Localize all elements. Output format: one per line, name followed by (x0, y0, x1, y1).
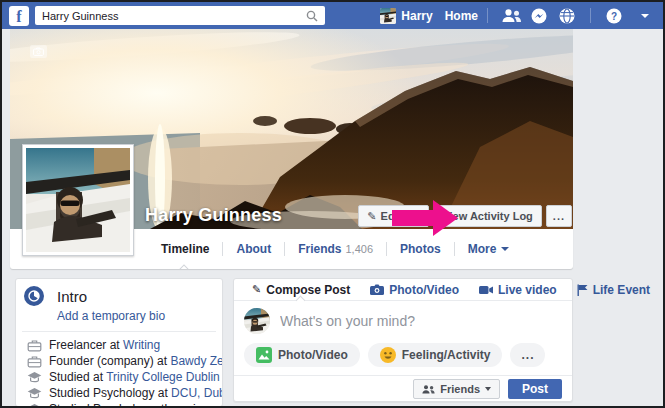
tab-more[interactable]: More (455, 229, 523, 269)
messenger-icon[interactable] (529, 7, 549, 25)
intro-item-education[interactable]: Studied at Trinity College Dublin (16, 369, 222, 385)
tab-about[interactable]: About (223, 229, 284, 269)
action-label: Photo/Video (278, 348, 348, 362)
cover-action-buttons: ✎ Edit Profile View Activity Log ... (358, 205, 572, 227)
audience-label: Friends (440, 383, 480, 395)
intro-item-link[interactable]: Bawdy Zebra (170, 354, 223, 368)
composer-input-row (234, 301, 572, 341)
tab-label: Live video (498, 283, 557, 297)
profile-content: Harry Guinness ✎ Edit Profile View Activ… (10, 29, 573, 406)
tab-label: About (236, 242, 271, 256)
tab-live-video[interactable]: Live video (469, 279, 567, 300)
tab-photos[interactable]: Photos (387, 229, 454, 269)
smiley-icon (380, 347, 396, 363)
more-actions-button[interactable]: ... (510, 343, 545, 367)
intro-item-text: Studied Psychology at DCU, Dublin (49, 386, 223, 400)
pencil-icon: ✎ (367, 210, 376, 223)
view-activity-log-button[interactable]: View Activity Log (433, 205, 541, 227)
ellipsis-label: ... (521, 348, 534, 362)
friends-audience-icon (422, 385, 435, 394)
tab-label: Friends (298, 242, 341, 256)
intro-header: Intro (16, 279, 222, 306)
composer-actions: Photo/Video Feeling/Activity ... (234, 341, 572, 375)
facebook-profile-page: f Harry Home (0, 0, 665, 408)
tab-timeline[interactable]: Timeline (148, 229, 222, 269)
intro-item-text: Founder (company) at Bawdy Zebra (49, 354, 223, 368)
search-bar[interactable] (35, 6, 325, 25)
intro-icon (24, 286, 44, 306)
intro-item-text: Freelancer at Writing (49, 338, 160, 352)
intro-card: Intro Add a temporary bio Freelancer at … (15, 278, 223, 407)
intro-item-link[interactable]: Trinity College Dublin (106, 370, 220, 384)
update-cover-photo-button[interactable] (30, 45, 47, 58)
chevron-down-icon (485, 387, 491, 391)
avatar (380, 8, 396, 24)
briefcase-icon (27, 339, 42, 352)
topbar-profile-link[interactable]: Harry (380, 8, 432, 24)
notifications-globe-icon[interactable] (557, 7, 577, 25)
intro-title: Intro (57, 288, 87, 305)
graduation-cap-icon (27, 387, 42, 400)
composer-footer: Friends Post (234, 375, 572, 402)
camera-icon (33, 47, 44, 56)
divider (487, 8, 488, 23)
photo-icon (256, 347, 272, 363)
composer-tabs: ✎ Compose Post Photo/Video (234, 279, 572, 301)
profile-picture[interactable] (22, 144, 134, 256)
composer-card: ✎ Compose Post Photo/Video (233, 278, 573, 402)
tab-life-event[interactable]: Life Event (567, 279, 660, 300)
tab-label: Compose Post (266, 283, 350, 297)
tab-label: Photos (400, 242, 441, 256)
tab-label: Photo/Video (389, 283, 459, 297)
intro-item-education[interactable]: Studied Psychology at DCU, Dublin (16, 385, 222, 401)
graduation-cap-icon (27, 371, 42, 384)
feeling-activity-button[interactable]: Feeling/Activity (368, 343, 503, 367)
video-camera-icon (479, 285, 493, 295)
cover-more-options-button[interactable]: ... (546, 205, 572, 227)
help-icon[interactable]: ? (604, 7, 624, 25)
photo-video-button[interactable]: Photo/Video (244, 343, 360, 367)
tab-label: More (468, 242, 497, 256)
topbar-right-section: Harry Home (380, 7, 656, 25)
post-button[interactable]: Post (508, 379, 562, 399)
intro-item-link[interactable]: Writing (123, 338, 160, 352)
account-menu-caret-icon[interactable] (632, 7, 652, 25)
tab-label: Timeline (161, 242, 209, 256)
topbar-user-name: Harry (401, 9, 432, 23)
edit-profile-button[interactable]: ✎ Edit Profile (358, 205, 429, 227)
facebook-logo[interactable]: f (9, 6, 29, 26)
top-nav-bar: f Harry Home (2, 2, 663, 29)
intro-item-education[interactable]: Studied Psychology: the science of (16, 401, 222, 407)
status-input[interactable] (280, 313, 562, 329)
add-bio-link[interactable]: Add a temporary bio (57, 309, 165, 323)
divider (22, 331, 216, 332)
graduation-cap-icon (27, 403, 42, 408)
intro-item-text: Studied at Trinity College Dublin (49, 370, 220, 384)
svg-text:?: ? (611, 10, 617, 21)
search-icon[interactable] (306, 10, 318, 22)
intro-item-text: Studied Psychology: the science of (49, 402, 223, 407)
action-label: Feeling/Activity (402, 348, 491, 362)
chevron-down-icon (501, 247, 509, 251)
tab-friends[interactable]: Friends 1,406 (285, 229, 386, 269)
intro-item-work[interactable]: Freelancer at Writing (16, 337, 222, 353)
pencil-icon: ✎ (252, 283, 261, 296)
profile-name: Harry Guinness (145, 205, 282, 226)
tab-label: Life Event (593, 283, 650, 297)
friends-count: 1,406 (345, 243, 373, 255)
divider (590, 8, 591, 23)
flag-icon (577, 284, 588, 296)
selected-tab-notch (179, 264, 190, 269)
camera-icon (370, 284, 384, 295)
search-input[interactable] (42, 10, 306, 22)
briefcase-icon (27, 355, 42, 368)
topbar-home-link[interactable]: Home (445, 9, 478, 23)
intro-item-work[interactable]: Founder (company) at Bawdy Zebra (16, 353, 222, 369)
tab-compose-post[interactable]: ✎ Compose Post (242, 279, 360, 300)
tab-photo-video[interactable]: Photo/Video (360, 279, 469, 300)
avatar[interactable] (244, 308, 270, 334)
audience-selector-button[interactable]: Friends (413, 379, 500, 399)
friend-requests-icon[interactable] (501, 7, 521, 25)
intro-item-link[interactable]: DCU, Dublin (171, 386, 223, 400)
edit-profile-label: Edit Profile (381, 210, 430, 222)
